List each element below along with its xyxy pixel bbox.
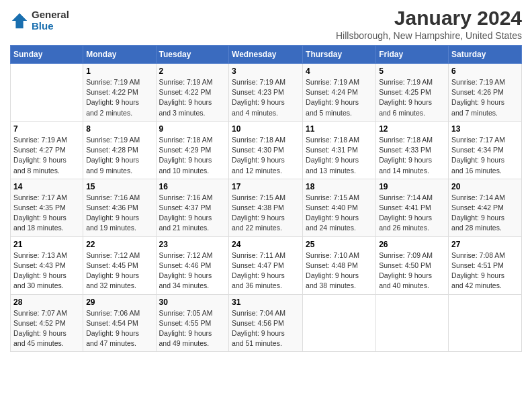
- calendar-week-4: 21Sunrise: 7:13 AMSunset: 4:43 PMDayligh…: [11, 236, 522, 294]
- calendar-cell: 16Sunrise: 7:16 AMSunset: 4:37 PMDayligh…: [156, 179, 229, 236]
- day-detail: Sunrise: 7:19 AMSunset: 4:24 PMDaylight:…: [306, 77, 373, 118]
- day-number: 12: [379, 124, 445, 134]
- calendar-cell: 10Sunrise: 7:18 AMSunset: 4:30 PMDayligh…: [229, 121, 303, 179]
- calendar-cell: 24Sunrise: 7:11 AMSunset: 4:47 PMDayligh…: [229, 236, 303, 294]
- day-number: 13: [451, 124, 519, 134]
- day-number: 29: [86, 298, 152, 307]
- day-number: 22: [86, 240, 152, 249]
- day-detail: Sunrise: 7:16 AMSunset: 4:36 PMDaylight:…: [86, 193, 152, 234]
- day-number: 28: [13, 298, 80, 307]
- logo-general-text: General: [32, 9, 69, 21]
- day-number: 25: [306, 240, 373, 249]
- day-number: 21: [13, 240, 80, 249]
- day-detail: Sunrise: 7:18 AMSunset: 4:33 PMDaylight:…: [379, 135, 445, 176]
- day-detail: Sunrise: 7:15 AMSunset: 4:38 PMDaylight:…: [232, 193, 300, 234]
- day-detail: Sunrise: 7:07 AMSunset: 4:52 PMDaylight:…: [13, 308, 80, 349]
- header-day-saturday: Saturday: [449, 46, 522, 64]
- calendar-cell: 20Sunrise: 7:14 AMSunset: 4:42 PMDayligh…: [449, 179, 522, 236]
- calendar-week-2: 7Sunrise: 7:19 AMSunset: 4:27 PMDaylight…: [11, 121, 522, 179]
- day-detail: Sunrise: 7:13 AMSunset: 4:43 PMDaylight:…: [13, 250, 80, 291]
- day-number: 14: [13, 182, 80, 191]
- day-number: 6: [451, 66, 519, 76]
- calendar-cell: 2Sunrise: 7:19 AMSunset: 4:22 PMDaylight…: [156, 64, 229, 122]
- calendar-cell: 15Sunrise: 7:16 AMSunset: 4:36 PMDayligh…: [83, 179, 156, 236]
- logo-text: General Blue: [32, 9, 69, 32]
- day-detail: Sunrise: 7:18 AMSunset: 4:31 PMDaylight:…: [306, 135, 373, 176]
- day-detail: Sunrise: 7:05 AMSunset: 4:55 PMDaylight:…: [159, 308, 226, 349]
- day-detail: Sunrise: 7:19 AMSunset: 4:22 PMDaylight:…: [159, 77, 226, 118]
- day-number: 8: [86, 124, 152, 134]
- calendar-cell: [303, 294, 376, 352]
- calendar-cell: 5Sunrise: 7:19 AMSunset: 4:25 PMDaylight…: [376, 64, 449, 122]
- calendar-cell: 22Sunrise: 7:12 AMSunset: 4:45 PMDayligh…: [83, 236, 156, 294]
- day-number: 4: [306, 66, 373, 76]
- calendar-cell: 27Sunrise: 7:08 AMSunset: 4:51 PMDayligh…: [449, 236, 522, 294]
- day-number: 20: [451, 182, 519, 191]
- day-number: 26: [379, 240, 445, 249]
- day-number: 9: [159, 124, 226, 134]
- day-detail: Sunrise: 7:15 AMSunset: 4:40 PMDaylight:…: [306, 193, 373, 234]
- day-number: 2: [159, 66, 226, 76]
- calendar-week-3: 14Sunrise: 7:17 AMSunset: 4:35 PMDayligh…: [11, 179, 522, 236]
- day-detail: Sunrise: 7:04 AMSunset: 4:56 PMDaylight:…: [232, 308, 300, 349]
- calendar-cell: 7Sunrise: 7:19 AMSunset: 4:27 PMDaylight…: [11, 121, 83, 179]
- day-detail: Sunrise: 7:06 AMSunset: 4:54 PMDaylight:…: [86, 308, 152, 349]
- day-detail: Sunrise: 7:16 AMSunset: 4:37 PMDaylight:…: [159, 193, 226, 234]
- day-number: 17: [232, 182, 300, 191]
- day-detail: Sunrise: 7:19 AMSunset: 4:22 PMDaylight:…: [86, 77, 152, 118]
- calendar-cell: 25Sunrise: 7:10 AMSunset: 4:48 PMDayligh…: [303, 236, 376, 294]
- day-number: 1: [86, 66, 152, 76]
- day-detail: Sunrise: 7:12 AMSunset: 4:45 PMDaylight:…: [86, 250, 152, 291]
- title-area: January 2024 Hillsborough, New Hampshire…: [336, 7, 522, 41]
- day-detail: Sunrise: 7:17 AMSunset: 4:34 PMDaylight:…: [451, 135, 519, 176]
- day-number: 23: [159, 240, 226, 249]
- logo: General Blue: [10, 9, 69, 32]
- day-detail: Sunrise: 7:11 AMSunset: 4:47 PMDaylight:…: [232, 250, 300, 291]
- calendar-cell: [449, 294, 522, 352]
- calendar-cell: 19Sunrise: 7:14 AMSunset: 4:41 PMDayligh…: [376, 179, 449, 236]
- svg-marker-1: [19, 13, 27, 20]
- calendar-cell: 6Sunrise: 7:19 AMSunset: 4:26 PMDaylight…: [449, 64, 522, 122]
- calendar-header-row: SundayMondayTuesdayWednesdayThursdayFrid…: [11, 46, 522, 64]
- subtitle: Hillsborough, New Hampshire, United Stat…: [336, 30, 522, 41]
- calendar-cell: 31Sunrise: 7:04 AMSunset: 4:56 PMDayligh…: [229, 294, 303, 352]
- day-number: 31: [232, 298, 300, 307]
- calendar-cell: 13Sunrise: 7:17 AMSunset: 4:34 PMDayligh…: [449, 121, 522, 179]
- day-number: 19: [379, 182, 445, 191]
- header-day-friday: Friday: [376, 46, 449, 64]
- day-detail: Sunrise: 7:14 AMSunset: 4:42 PMDaylight:…: [451, 193, 519, 234]
- day-detail: Sunrise: 7:17 AMSunset: 4:35 PMDaylight:…: [13, 193, 80, 234]
- calendar-cell: 23Sunrise: 7:12 AMSunset: 4:46 PMDayligh…: [156, 236, 229, 294]
- logo-blue-text: Blue: [32, 21, 69, 32]
- day-number: 27: [451, 240, 519, 249]
- calendar-cell: 4Sunrise: 7:19 AMSunset: 4:24 PMDaylight…: [303, 64, 376, 122]
- day-number: 10: [232, 124, 300, 134]
- calendar-cell: [11, 64, 83, 122]
- calendar-cell: [376, 294, 449, 352]
- day-detail: Sunrise: 7:12 AMSunset: 4:46 PMDaylight:…: [159, 250, 226, 291]
- calendar-cell: 18Sunrise: 7:15 AMSunset: 4:40 PMDayligh…: [303, 179, 376, 236]
- day-detail: Sunrise: 7:19 AMSunset: 4:27 PMDaylight:…: [13, 135, 80, 176]
- day-number: 24: [232, 240, 300, 249]
- main-title: January 2024: [336, 7, 522, 29]
- calendar-cell: 11Sunrise: 7:18 AMSunset: 4:31 PMDayligh…: [303, 121, 376, 179]
- header-day-sunday: Sunday: [11, 46, 83, 64]
- day-number: 15: [86, 182, 152, 191]
- calendar-cell: 30Sunrise: 7:05 AMSunset: 4:55 PMDayligh…: [156, 294, 229, 352]
- calendar-cell: 14Sunrise: 7:17 AMSunset: 4:35 PMDayligh…: [11, 179, 83, 236]
- header-day-monday: Monday: [83, 46, 156, 64]
- day-detail: Sunrise: 7:19 AMSunset: 4:28 PMDaylight:…: [86, 135, 152, 176]
- header-day-wednesday: Wednesday: [229, 46, 303, 64]
- calendar-cell: 9Sunrise: 7:18 AMSunset: 4:29 PMDaylight…: [156, 121, 229, 179]
- calendar-cell: 3Sunrise: 7:19 AMSunset: 4:23 PMDaylight…: [229, 64, 303, 122]
- calendar-cell: 21Sunrise: 7:13 AMSunset: 4:43 PMDayligh…: [11, 236, 83, 294]
- day-detail: Sunrise: 7:18 AMSunset: 4:29 PMDaylight:…: [159, 135, 226, 176]
- day-number: 5: [379, 66, 445, 76]
- calendar-cell: 1Sunrise: 7:19 AMSunset: 4:22 PMDaylight…: [83, 64, 156, 122]
- day-number: 30: [159, 298, 226, 307]
- day-number: 3: [232, 66, 300, 76]
- calendar-cell: 12Sunrise: 7:18 AMSunset: 4:33 PMDayligh…: [376, 121, 449, 179]
- day-detail: Sunrise: 7:18 AMSunset: 4:30 PMDaylight:…: [232, 135, 300, 176]
- calendar-cell: 29Sunrise: 7:06 AMSunset: 4:54 PMDayligh…: [83, 294, 156, 352]
- calendar-week-1: 1Sunrise: 7:19 AMSunset: 4:22 PMDaylight…: [11, 64, 522, 122]
